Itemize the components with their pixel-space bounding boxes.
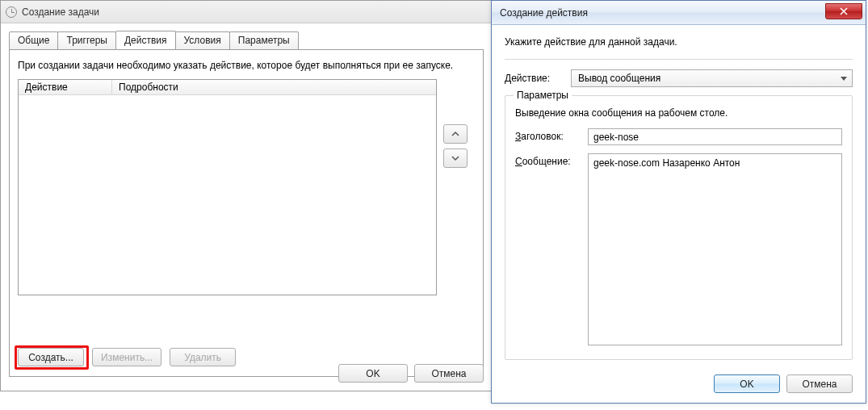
- parameters-legend: Параметры: [514, 90, 572, 101]
- instruction-text: При создании задачи необходимо указать д…: [18, 60, 475, 71]
- actions-listview[interactable]: Действие Подробности: [18, 79, 437, 295]
- action-dialog-title: Создание действия: [500, 7, 588, 19]
- action-type-value: Вывод сообщения: [578, 73, 660, 84]
- col-details[interactable]: Подробности: [112, 80, 436, 94]
- col-action[interactable]: Действие: [19, 80, 112, 94]
- create-action-dialog: Создание действия Укажите действие для д…: [491, 0, 866, 404]
- task-dialog-title: Создание задачи: [22, 6, 99, 18]
- action-type-label: Действие:: [505, 73, 571, 84]
- action-ok-button[interactable]: OK: [714, 374, 780, 393]
- create-task-dialog: Создание задачи Общие Триггеры Действия …: [0, 0, 493, 391]
- chevron-down-icon: [451, 154, 459, 162]
- action-type-combobox[interactable]: Вывод сообщения: [571, 69, 853, 87]
- edit-action-button[interactable]: Изменить...: [92, 348, 161, 366]
- move-down-button[interactable]: [443, 149, 468, 168]
- header-label: Заголовок:: [515, 128, 588, 142]
- clock-icon: [6, 6, 17, 18]
- header-input[interactable]: [588, 128, 842, 145]
- parameters-group: Параметры Выведение окна сообщения на ра…: [505, 95, 853, 360]
- message-label: Сообщение:: [515, 153, 588, 167]
- tab-actions[interactable]: Действия: [115, 31, 176, 50]
- move-up-button[interactable]: [443, 124, 468, 144]
- task-cancel-button[interactable]: Отмена: [414, 364, 484, 383]
- action-prompt: Укажите действие для данной задачи.: [505, 36, 853, 48]
- delete-action-button[interactable]: Удалить: [170, 348, 236, 366]
- create-action-button[interactable]: Создать...: [18, 348, 84, 366]
- tab-conditions[interactable]: Условия: [175, 31, 230, 49]
- action-dialog-titlebar[interactable]: Создание действия: [492, 1, 866, 25]
- tab-params[interactable]: Параметры: [229, 31, 299, 49]
- close-icon: [840, 7, 848, 15]
- close-button[interactable]: [825, 3, 862, 19]
- actions-tab-panel: При создании задачи необходимо указать д…: [9, 49, 484, 377]
- tab-triggers[interactable]: Триггеры: [57, 31, 116, 49]
- listview-header: Действие Подробности: [19, 80, 436, 95]
- message-textarea[interactable]: [588, 153, 842, 345]
- tabstrip: Общие Триггеры Действия Условия Параметр…: [9, 30, 484, 49]
- task-dialog-titlebar[interactable]: Создание задачи: [1, 1, 492, 23]
- chevron-down-icon: [841, 77, 847, 81]
- action-cancel-button[interactable]: Отмена: [786, 374, 853, 393]
- divider: [505, 59, 853, 60]
- chevron-up-icon: [451, 130, 459, 138]
- tab-common[interactable]: Общие: [9, 31, 58, 49]
- parameters-description: Выведение окна сообщения на рабочем стол…: [515, 107, 842, 119]
- task-ok-button[interactable]: OK: [338, 364, 408, 383]
